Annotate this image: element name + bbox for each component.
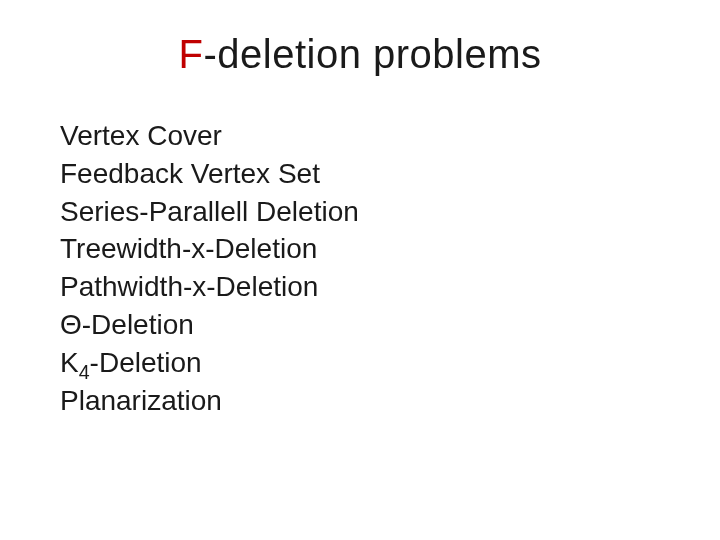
list-item: Pathwidth-x-Deletion [60,268,660,306]
title-rest: -deletion problems [203,32,541,76]
slide-title: F-deletion problems [60,32,660,77]
list-item: Series-Parallell Deletion [60,193,660,231]
content-list: Vertex Cover Feedback Vertex Set Series-… [60,117,660,419]
list-item: Feedback Vertex Set [60,155,660,193]
k4-suffix: -Deletion [90,347,202,378]
list-item: Planarization [60,382,660,420]
slide: F-deletion problems Vertex Cover Feedbac… [0,0,720,540]
list-item: Treewidth-x-Deletion [60,230,660,268]
list-item: Θ-Deletion [60,306,660,344]
list-item: Vertex Cover [60,117,660,155]
k4-subscript: 4 [79,360,90,382]
k4-prefix: K [60,347,79,378]
title-accent: F [179,32,204,76]
list-item: K4-Deletion [60,344,660,382]
